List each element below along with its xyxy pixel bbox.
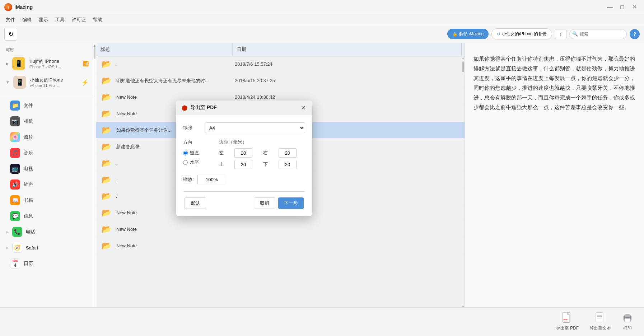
margin-left-input[interactable] [234, 148, 252, 158]
next-button[interactable]: 下一步 [278, 197, 304, 209]
refresh-button[interactable]: ↻ [4, 28, 17, 41]
margin-label: 边距（毫米） [219, 139, 305, 145]
camera-icon-bg: 📷 [10, 116, 20, 126]
radio-horizontal[interactable] [183, 160, 188, 165]
dialog-close-button[interactable]: ✕ [299, 104, 307, 111]
margin-right-input[interactable] [279, 148, 297, 158]
folder-icon-10: 📂 [102, 225, 111, 234]
sidebar-item-files[interactable]: 📁 文件 [0, 98, 93, 113]
logo-icon: i [4, 3, 12, 11]
sidebar-divider-1 [0, 96, 93, 96]
device1-name: "liuji"的 iPhone [29, 58, 61, 65]
notes-scroll-thumb [462, 61, 464, 72]
print-button[interactable]: 打印 [622, 312, 633, 331]
menubar: 文件 编辑 显示 工具 许可证 帮助 [0, 14, 644, 25]
titlebar: i iMazing — □ ✕ [0, 0, 644, 14]
scroll-up-arrow[interactable]: ▲ [93, 44, 97, 48]
device2-sub: iPhone 11 Pro -... [30, 83, 63, 88]
note-row-10[interactable]: 📂 New Note [96, 221, 465, 238]
margin-bottom-label: 下 [263, 161, 276, 168]
sidebar-item-photos[interactable]: 🌸 照片 [0, 129, 93, 145]
margin-bottom-input[interactable] [279, 160, 297, 169]
sidebar-item-books[interactable]: 📖 书籍 [0, 192, 93, 208]
books-icon-bg: 📖 [10, 195, 20, 205]
default-button[interactable]: 默认 [185, 197, 206, 209]
sidebar-item-camera[interactable]: 📷 相机 [0, 113, 93, 129]
help-button[interactable]: ? [630, 29, 640, 39]
backup-label: 小仙女的iPhone 的备份 [502, 31, 547, 37]
col-date-label: 日期 [237, 46, 246, 53]
export-pdf-label: 导出至 PDF [556, 325, 579, 331]
photos-icon-bg: 🌸 [10, 132, 20, 142]
note-title-2: New Note [116, 94, 235, 100]
safari-icon-bg: 🧭 [12, 243, 22, 253]
sidebar-item-ringtone[interactable]: 🔊 铃声 [0, 177, 93, 192]
menu-file[interactable]: 文件 [3, 15, 18, 24]
margin-top-input[interactable] [234, 160, 252, 169]
safari-arrow-icon: ▶ [6, 246, 9, 250]
books-label: 书籍 [24, 197, 33, 204]
note-folder-1: 📂 [96, 76, 116, 85]
sidebar-item-music[interactable]: 🎵 音乐 [0, 145, 93, 161]
radio-vertical[interactable] [183, 151, 188, 155]
scale-input[interactable] [197, 175, 226, 184]
margin-top-label: 上 [219, 161, 232, 168]
minimize-button[interactable]: — [605, 2, 615, 13]
margin-left-label: 左 [219, 150, 232, 156]
messages-icon-bg: 💬 [10, 211, 20, 221]
sidebar-scrollbar[interactable]: ▲ ▼ [93, 43, 96, 336]
menu-edit[interactable]: 编辑 [19, 15, 34, 24]
sidebar-item-calendar[interactable]: TUE 4 日历 [0, 256, 93, 271]
folder-icon-0: 📂 [102, 60, 111, 69]
device1-info: "liuji"的 iPhone iPhone 7 - iOS 1... [29, 58, 61, 69]
backup-button[interactable]: ↺ 小仙女的iPhone 的备份 [491, 28, 552, 39]
sidebar-item-messages[interactable]: 💬 信息 [0, 208, 93, 224]
sidebar-item-tv[interactable]: 📺 电视 [0, 161, 93, 177]
orientation-group: 方向 竖直 水平 [183, 139, 219, 169]
orientation-label: 方向 [183, 139, 219, 145]
notes-scrollbar[interactable]: ▲ ▼ [462, 56, 465, 309]
search-input[interactable] [569, 29, 627, 39]
cancel-button[interactable]: 取消 [254, 197, 275, 209]
window-controls: — □ ✕ [605, 2, 640, 13]
tv-label: 电视 [24, 165, 33, 172]
unlock-label: 解锁 iMazing [459, 31, 484, 37]
sidebar-item-device-liuji[interactable]: ▶ 📱 "liuji"的 iPhone iPhone 7 - iOS 1... … [0, 54, 93, 73]
sort-button[interactable]: ↕ [555, 29, 566, 39]
export-text-button[interactable]: 导出至文本 [589, 312, 611, 331]
safari-label: Safari [26, 245, 38, 251]
sidebar-item-device-xiaoxian[interactable]: ▼ 📱 小仙女的iPhone iPhone 11 Pro -... ⚡ [0, 73, 93, 92]
note-row-0[interactable]: 📂 . 2018/7/6 15:57:24 [96, 56, 465, 73]
svg-point-10 [630, 317, 631, 318]
sidebar-item-safari[interactable]: ▶ 🧭 Safari [0, 240, 93, 256]
paper-select[interactable]: A4 A3 Letter Legal [205, 122, 305, 133]
note-date-0: 2018/7/6 15:57:24 [235, 61, 465, 67]
main-layout: 可用 ▶ 📱 "liuji"的 iPhone iPhone 7 - iOS 1.… [0, 43, 644, 336]
menu-tools[interactable]: 工具 [52, 15, 67, 24]
notes-column-header: 标题 日期 [96, 43, 465, 56]
note-folder-3: 📂 [96, 109, 116, 118]
folder-icon-7: 📂 [102, 175, 111, 185]
note-folder-4: 📂 [96, 126, 116, 135]
maximize-button[interactable]: □ [617, 2, 627, 13]
col-title-header: 标题 [96, 43, 233, 56]
sidebar-item-phone[interactable]: ▶ 📞 电话 [0, 224, 93, 240]
device2-name: 小仙女的iPhone [30, 77, 63, 83]
menu-view[interactable]: 显示 [36, 15, 51, 24]
phone-label: 电话 [26, 229, 35, 235]
menu-help[interactable]: 帮助 [90, 15, 105, 24]
svg-rect-8 [625, 314, 630, 317]
radio-horizontal-row: 水平 [183, 159, 219, 165]
note-row-1[interactable]: 📂 明知道他还有长空大海还有无尽未来他的时... 2018/5/15 20:37… [96, 73, 465, 89]
sidebar-available-label: 可用 [0, 46, 93, 54]
header-scroll-space [462, 43, 465, 56]
note-row-11[interactable]: 📂 New Note [96, 238, 465, 254]
menu-license[interactable]: 许可证 [69, 15, 89, 24]
folder-icon-11: 📂 [102, 241, 111, 251]
svg-rect-3 [596, 313, 603, 322]
radio-vertical-label: 竖直 [190, 150, 199, 156]
note-title-11: New Note [116, 243, 235, 248]
close-button[interactable]: ✕ [629, 2, 640, 13]
unlock-button[interactable]: 🔒 解锁 iMazing [447, 29, 489, 39]
export-pdf-button[interactable]: PDF 导出至 PDF [556, 312, 579, 331]
